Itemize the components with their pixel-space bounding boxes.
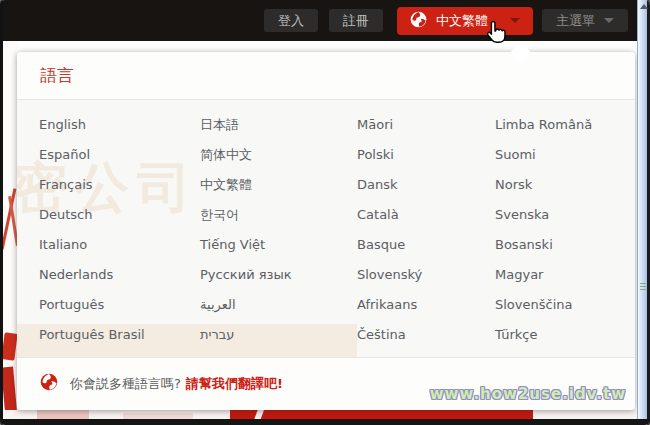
language-column-3: Māori Polski Dansk Català Basque Slovens… [335, 100, 473, 357]
language-option[interactable]: 中文繁體 [178, 170, 335, 200]
language-option[interactable]: Slovenský [335, 260, 473, 290]
language-option[interactable]: Afrikaans [335, 290, 473, 320]
language-option[interactable]: Basque [335, 230, 473, 260]
language-option[interactable]: Español [17, 140, 178, 170]
translate-link[interactable]: 請幫我們翻譯吧! [186, 375, 283, 393]
language-column-4: Limba Română Suomi Norsk Svenska Bosansk… [473, 100, 635, 357]
language-option[interactable]: 日本語 [178, 110, 335, 140]
language-option[interactable]: Svenska [473, 200, 635, 230]
language-option[interactable]: Français [17, 170, 178, 200]
language-option[interactable]: Nederlands [17, 260, 178, 290]
language-column-2: 日本語 简体中文 中文繁體 한국어 Tiếng Việt Русский язы… [178, 100, 335, 357]
language-option[interactable]: Magyar [473, 260, 635, 290]
language-option[interactable]: Русский язык [178, 260, 335, 290]
language-option[interactable]: Português [17, 290, 178, 320]
language-dropdown-button[interactable]: 中文繁體 [397, 7, 533, 35]
top-navigation-bar: 登入 註冊 中文繁體 主選單 [0, 0, 637, 41]
main-menu-label: 主選單 [556, 12, 595, 30]
page-background-bottom-strip [3, 410, 637, 419]
language-option[interactable]: Deutsch [17, 200, 178, 230]
chevron-down-icon [510, 18, 520, 23]
language-option[interactable]: Limba Română [473, 110, 635, 140]
vertical-scrollbar[interactable] [637, 0, 650, 425]
language-option[interactable]: Māori [335, 110, 473, 140]
language-button-label: 中文繁體 [436, 12, 488, 30]
page-decoration [37, 410, 89, 419]
language-option[interactable]: Dansk [335, 170, 473, 200]
page-decoration [3, 332, 17, 360]
page-decoration [3, 367, 17, 412]
globe-icon [410, 11, 427, 31]
language-option[interactable]: 简体中文 [178, 140, 335, 170]
login-button[interactable]: 登入 [264, 9, 318, 32]
register-button[interactable]: 註冊 [329, 9, 383, 32]
language-option[interactable]: Suomi [473, 140, 635, 170]
globe-icon [40, 373, 58, 394]
language-option[interactable]: Tiếng Việt [178, 230, 335, 260]
language-grid: 密公司 English Español Français Deutsch Ita… [17, 100, 635, 357]
language-option[interactable]: English [17, 110, 178, 140]
panel-title: 語言 [40, 64, 74, 87]
chevron-down-icon [604, 18, 614, 23]
language-column-1: English Español Français Deutsch Italian… [17, 100, 178, 357]
language-option[interactable]: Slovenščina [473, 290, 635, 320]
translate-question: 你會説多種語言嗎? [70, 375, 181, 393]
browser-viewport: 登入 註冊 中文繁體 主選單 [0, 0, 650, 425]
panel-header: 語言 [17, 52, 635, 100]
scroll-up-icon[interactable] [640, 4, 648, 9]
language-option[interactable]: Italiano [17, 230, 178, 260]
language-option[interactable]: العربية [178, 290, 335, 320]
language-option[interactable]: Português Brasil [17, 320, 178, 350]
page-background-left-strip [3, 41, 17, 419]
language-option[interactable]: Čeština [335, 320, 473, 350]
panel-footer: 你會説多種語言嗎? 請幫我們翻譯吧! www.how2use.idv.tw [17, 357, 635, 409]
language-dropdown-panel: 語言 密公司 English Español Français Deutsch … [17, 52, 635, 410]
language-option[interactable]: Norsk [473, 170, 635, 200]
site-watermark: www.how2use.idv.tw [430, 385, 626, 403]
scrollbar-grip[interactable] [640, 283, 646, 292]
window-edge [0, 419, 650, 425]
window-edge [0, 0, 3, 425]
language-option[interactable]: Català [335, 200, 473, 230]
page-decoration [230, 410, 533, 419]
language-option[interactable]: 한국어 [178, 200, 335, 230]
language-option[interactable]: עברית [178, 320, 335, 350]
language-option[interactable]: Bosanski [473, 230, 635, 260]
language-option[interactable]: Polski [335, 140, 473, 170]
language-option[interactable]: Türkçe [473, 320, 635, 350]
main-menu-button[interactable]: 主選單 [542, 9, 628, 32]
